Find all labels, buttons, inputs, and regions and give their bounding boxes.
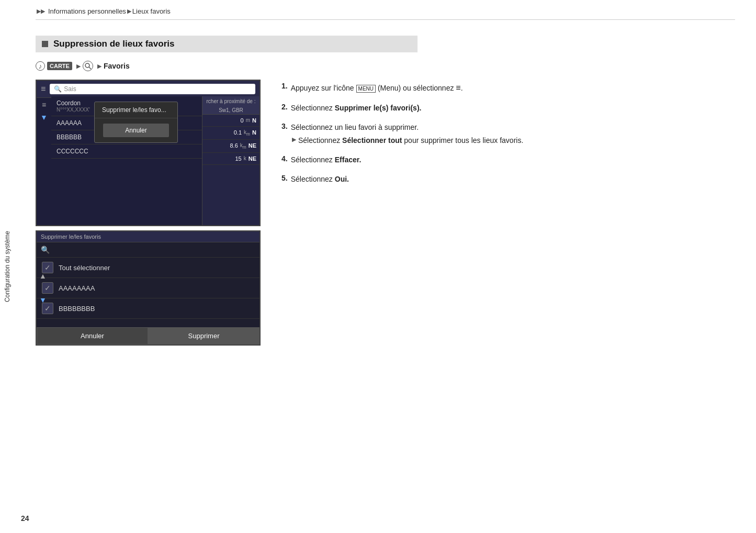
instructions-area: 1. Appuyez sur l'icône MENU (Menu) ou sé… xyxy=(281,80,735,193)
screen2-up-icon: ▲ xyxy=(39,272,47,280)
breadcrumb-part2: Lieux favoris xyxy=(132,7,171,15)
instr-item-1: 1. Appuyez sur l'icône MENU (Menu) ou sé… xyxy=(281,82,735,94)
dist0-dir: N xyxy=(252,117,256,124)
screen1-search-bar[interactable]: 🔍 Sais xyxy=(50,84,255,94)
path-arrow1: ▶ xyxy=(76,63,81,70)
screen1-left-icons: ≡ ▼ xyxy=(37,96,51,225)
step-path: ♪ CARTE ▶ ▶ Favoris xyxy=(36,61,735,71)
screen1-right-header: rcher à proximité de : xyxy=(202,96,259,106)
screen2-search-icon: 🔍 xyxy=(41,246,50,254)
dist0-unit: m xyxy=(246,117,250,124)
screen1-search-text: Sais xyxy=(64,85,76,93)
screen2-label-1: AAAAAAAA xyxy=(59,284,95,292)
screen1-right-col: rcher à proximité de : Sw1, GBR 0m N 0.1… xyxy=(202,96,259,225)
screen1-dialog: Supprimer le/les favo... Annuler xyxy=(94,102,178,143)
dist3-num: 15 xyxy=(235,156,241,162)
instr-text-2: Sélectionnez Supprimer le(s) favori(s). xyxy=(291,103,422,114)
screen1-item0-label: Coordon xyxy=(57,99,90,107)
instr-text-4: Sélectionnez Effacer. xyxy=(291,154,362,165)
svg-line-1 xyxy=(89,67,91,69)
screen1-right-item-2: 8.6km NE xyxy=(202,140,259,153)
svg-point-0 xyxy=(85,63,89,68)
dist2-dir: NE xyxy=(249,142,256,150)
screen1-menu-icon[interactable]: ≡ xyxy=(41,84,46,94)
instr-num-4: 4. xyxy=(281,154,288,163)
menu-icon-badge: MENU xyxy=(356,85,376,93)
screen1-annuler-btn[interactable]: Annuler xyxy=(103,124,169,137)
screen2-row-0[interactable]: ✓ Tout sélectionner xyxy=(37,258,259,278)
path-search-icon xyxy=(83,61,93,71)
main-content: ▶▶ Informations personnelles ▶ Lieux fav… xyxy=(15,0,756,346)
screen2-down-icon: ▼ xyxy=(39,296,47,304)
screen1-item0-sub: N°°°XX,XXXX' xyxy=(57,107,90,113)
dist1-unit: km xyxy=(244,129,250,137)
sidebar-label: Configuration du système xyxy=(4,231,11,302)
sidebar: Configuration du système xyxy=(0,0,15,533)
instr-num-1: 1. xyxy=(281,82,288,90)
dist1-num: 0.1 xyxy=(234,129,242,137)
section-title: Suppression de lieux favoris xyxy=(53,39,174,49)
dist2-num: 8.6 xyxy=(230,142,238,150)
screen2-row-2[interactable]: ✓ BBBBBBBB xyxy=(37,298,259,319)
screen1-inner: ≡ 🔍 Sais ≡ ▼ xyxy=(37,81,259,225)
instr3-sub: ▶ Sélectionnez Sélectionner tout pour su… xyxy=(292,135,523,146)
path-favoris: Favoris xyxy=(104,62,130,70)
breadcrumb: ▶▶ Informations personnelles ▶ Lieux fav… xyxy=(36,0,735,20)
content-area: Suppression de lieux favoris ♪ CARTE ▶ ▶… xyxy=(36,20,735,346)
screen1-item2-label: BBBBBB xyxy=(57,134,82,141)
breadcrumb-arrow1: ▶▶ xyxy=(37,8,45,15)
instr-text-5: Sélectionnez Oui. xyxy=(291,174,349,185)
page-number: 24 xyxy=(21,514,29,523)
menu-symbol: ≡ xyxy=(456,83,460,92)
path-arrow2: ▶ xyxy=(97,63,101,70)
two-col-layout: ≡ 🔍 Sais ≡ ▼ xyxy=(36,80,735,346)
instr5-bold: Oui. xyxy=(335,175,349,183)
instr-num-5: 5. xyxy=(281,174,288,182)
dist3-unit: k xyxy=(244,156,246,162)
instr-item-5: 5. Sélectionnez Oui. xyxy=(281,174,735,185)
screen1-list-item-3[interactable]: CCCCCCC xyxy=(51,145,202,159)
screen2-left-icons: ▲ ▼ xyxy=(37,258,49,318)
breadcrumb-part1: Informations personnelles xyxy=(48,7,126,15)
screen1-search-icon-inner: 🔍 xyxy=(54,85,62,93)
screen1-right-items: 0m N 0.1km N 8.6km NE xyxy=(202,115,259,225)
screen1-dialog-item[interactable]: Supprimer le/les favo... xyxy=(95,102,177,118)
instr-text-3: Sélectionnez un lieu favori à supprimer. xyxy=(291,122,419,133)
instr2-bold: Supprimer le(s) favori(s). xyxy=(335,104,422,112)
screen2-label-2: BBBBBBBB xyxy=(59,305,95,313)
instr-item-3: 3. Sélectionnez un lieu favori à supprim… xyxy=(281,122,735,146)
screen1: ≡ 🔍 Sais ≡ ▼ xyxy=(36,80,261,226)
screen2-label-0: Tout sélectionner xyxy=(59,264,110,272)
screen2-buttons: Annuler Supprimer xyxy=(37,327,259,345)
dist1-dir: N xyxy=(252,129,256,137)
instr-item-4: 4. Sélectionnez Effacer. xyxy=(281,154,735,165)
instr4-bold: Effacer. xyxy=(335,156,362,164)
screen1-topbar: ≡ 🔍 Sais xyxy=(37,81,259,98)
screen1-item1-label: AAAAAA xyxy=(57,119,82,127)
step-person-icon: ♪ xyxy=(36,61,45,71)
screen1-item3-label: CCCCCCC xyxy=(57,148,88,155)
dist2-unit: km xyxy=(240,142,246,150)
screenshots-area: ≡ 🔍 Sais ≡ ▼ xyxy=(36,80,261,346)
dist3-dir: NE xyxy=(249,156,256,162)
screen2-confirm-btn[interactable]: Supprimer xyxy=(148,327,259,345)
screen2-row-1[interactable]: ✓ AAAAAAAA xyxy=(37,278,259,298)
screen2-header: Supprimer le/les favoris xyxy=(37,231,259,242)
instr-text-1: Appuyez sur l'icône MENU (Menu) ou sélec… xyxy=(291,82,463,94)
instr-num-3: 3. xyxy=(281,122,288,130)
dist0-num: 0 xyxy=(241,117,244,124)
screen1-left-icon2: ▼ xyxy=(40,113,48,121)
section-header: Suppression de lieux favoris xyxy=(36,36,418,52)
screen1-right-item-3: 15k NE xyxy=(202,153,259,165)
screen2: Supprimer le/les favoris 🔍 ▲ ▼ xyxy=(36,230,261,346)
instr3-sub-bold: Sélectionner tout xyxy=(342,136,402,145)
instr3-main: 3. Sélectionnez un lieu favori à supprim… xyxy=(281,122,419,133)
screen1-annuler-wrap: Annuler xyxy=(95,118,177,142)
screen2-cancel-btn[interactable]: Annuler xyxy=(37,327,148,345)
breadcrumb-arrow2: ▶ xyxy=(127,8,131,15)
screen1-left-icon1: ≡ xyxy=(42,101,46,109)
screen1-right-item-0: 0m N xyxy=(202,115,259,127)
instr-item-2: 2. Sélectionnez Supprimer le(s) favori(s… xyxy=(281,103,735,114)
carte-badge: CARTE xyxy=(47,62,72,70)
screen1-right-item-1: 0.1km N xyxy=(202,127,259,140)
